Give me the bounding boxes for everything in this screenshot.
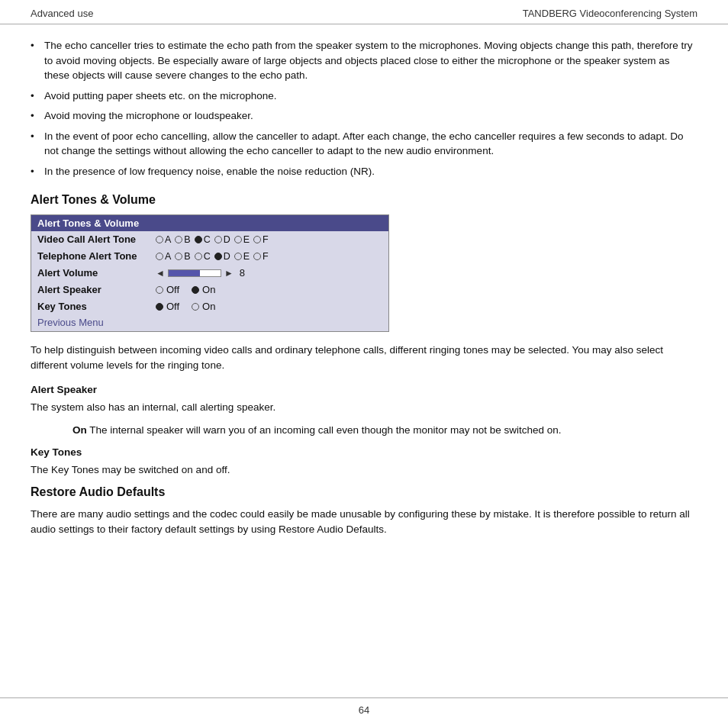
radio-d[interactable]: D xyxy=(214,234,230,245)
slider-fill xyxy=(169,270,200,276)
key-tones-row: Key Tones Off On xyxy=(31,298,388,315)
alert-speaker-on[interactable]: On xyxy=(192,284,215,295)
tel-radio-e[interactable]: E xyxy=(234,251,250,262)
radio-circle-c xyxy=(195,236,202,243)
list-item: • Avoid moving the microphone or loudspe… xyxy=(31,108,697,124)
alert-tones-section-title: Alert Tones & Volume xyxy=(31,193,697,207)
page-number: 64 xyxy=(359,704,369,716)
bullet-text: Avoid moving the microphone or loudspeak… xyxy=(44,108,697,124)
list-item: • In the event of poor echo cancelling, … xyxy=(31,129,697,159)
restore-body: There are many audio settings and the co… xyxy=(31,507,697,538)
volume-controls: ◄ ► 8 xyxy=(156,267,245,279)
radio-circle-f xyxy=(253,236,261,243)
tel-radio-d[interactable]: D xyxy=(214,251,230,262)
alert-box-header: Alert Tones & Volume xyxy=(31,215,388,231)
restore-section: Restore Audio Defaults There are many au… xyxy=(31,485,697,538)
tel-radio-b[interactable]: B xyxy=(175,251,190,262)
tel-circle-a xyxy=(156,253,163,260)
previous-menu-label[interactable]: Previous Menu xyxy=(37,317,104,328)
tel-circle-e xyxy=(234,253,242,260)
on-label: On xyxy=(72,424,87,436)
alert-on-circle xyxy=(192,286,199,294)
alert-off-circle xyxy=(156,286,163,294)
radio-a[interactable]: A xyxy=(156,234,171,245)
page: Advanced use TANDBERG Videoconferencing … xyxy=(0,0,728,728)
key-tones-options: Off On xyxy=(156,301,215,312)
bullet-dot: • xyxy=(31,89,41,104)
radio-circle-d xyxy=(214,236,222,243)
bullet-dot: • xyxy=(31,108,41,124)
tel-radio-a[interactable]: A xyxy=(156,251,171,262)
page-header: Advanced use TANDBERG Videoconferencing … xyxy=(0,0,728,24)
video-call-row: Video Call Alert Tone A B C D xyxy=(31,231,388,248)
alert-speaker-section-title: Alert Speaker xyxy=(31,384,697,395)
video-call-options: A B C D E xyxy=(156,234,271,245)
key-on-circle xyxy=(192,303,199,311)
bullet-dot: • xyxy=(31,164,41,179)
alert-speaker-options: Off On xyxy=(156,284,215,295)
key-tones-section-title: Key Tones xyxy=(31,446,697,458)
restore-title: Restore Audio Defaults xyxy=(31,485,697,499)
tel-circle-b xyxy=(175,253,182,260)
tel-circle-f xyxy=(253,253,261,260)
telephone-options: A B C D E xyxy=(156,251,271,262)
list-item: • In the presence of low frequency noise… xyxy=(31,164,697,179)
alert-speaker-label: Alert Speaker xyxy=(37,284,156,295)
list-item: • Avoid putting paper sheets etc. on the… xyxy=(31,89,697,104)
bullet-text: In the presence of low frequency noise, … xyxy=(44,164,697,179)
radio-e[interactable]: E xyxy=(234,234,250,245)
bullet-list: • The echo canceller tries to estimate t… xyxy=(31,38,697,179)
radio-circle-e xyxy=(234,236,242,243)
telephone-label: Telephone Alert Tone xyxy=(37,250,156,262)
list-item: • The echo canceller tries to estimate t… xyxy=(31,38,697,83)
alert-tones-box: Alert Tones & Volume Video Call Alert To… xyxy=(31,214,389,332)
bullet-dot: • xyxy=(31,129,41,159)
radio-b[interactable]: B xyxy=(175,234,190,245)
page-footer: 64 xyxy=(0,697,728,716)
bullet-dot: • xyxy=(31,38,41,83)
tel-circle-c xyxy=(195,253,202,260)
previous-menu-row: Previous Menu xyxy=(31,315,388,331)
volume-row: Alert Volume ◄ ► 8 xyxy=(31,265,388,282)
header-center: TANDBERG Videoconferencing System xyxy=(523,8,697,19)
key-off-circle xyxy=(156,303,163,311)
radio-f[interactable]: F xyxy=(253,234,269,245)
telephone-row: Telephone Alert Tone A B C D xyxy=(31,248,388,265)
tel-radio-f[interactable]: F xyxy=(253,251,269,262)
bullet-text: In the event of poor echo cancelling, al… xyxy=(44,129,697,159)
video-call-label: Video Call Alert Tone xyxy=(37,234,156,245)
radio-circle-a xyxy=(156,236,163,243)
volume-label: Alert Volume xyxy=(37,267,156,279)
radio-c[interactable]: C xyxy=(195,234,211,245)
key-tones-on[interactable]: On xyxy=(192,301,215,312)
header-left: Advanced use xyxy=(31,8,93,19)
key-tones-off[interactable]: Off xyxy=(156,301,179,312)
alert-box-body: Video Call Alert Tone A B C D xyxy=(31,231,388,331)
alert-speaker-row: Alert Speaker Off On xyxy=(31,282,388,298)
alert-speaker-body: The system also has an internal, call al… xyxy=(31,400,697,415)
volume-value: 8 xyxy=(240,267,245,279)
on-desc: The internal speaker will warn you of an… xyxy=(87,424,562,436)
key-tones-body: The Key Tones may be switched on and off… xyxy=(31,462,697,478)
main-content: • The echo canceller tries to estimate t… xyxy=(0,24,728,563)
volume-decrease-button[interactable]: ◄ xyxy=(156,268,165,279)
radio-circle-b xyxy=(175,236,182,243)
alert-speaker-on-desc: On The internal speaker will warn you of… xyxy=(72,423,697,438)
volume-slider[interactable] xyxy=(168,269,221,277)
volume-increase-button[interactable]: ► xyxy=(224,268,234,279)
tel-circle-d xyxy=(214,253,222,260)
tel-radio-c[interactable]: C xyxy=(195,251,211,262)
alert-desc-text: To help distinguish between incoming vid… xyxy=(31,343,697,374)
bullet-text: Avoid putting paper sheets etc. on the m… xyxy=(44,89,697,104)
alert-speaker-off[interactable]: Off xyxy=(156,284,179,295)
key-tones-label: Key Tones xyxy=(37,301,156,312)
bullet-text: The echo canceller tries to estimate the… xyxy=(44,38,697,83)
